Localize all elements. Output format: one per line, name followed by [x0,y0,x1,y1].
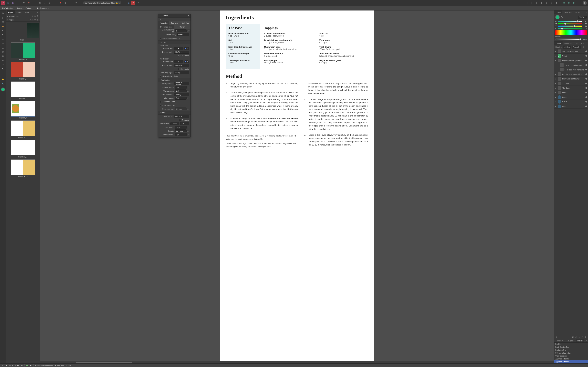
panel-menu-icon[interactable]: ≡ [585,11,588,13]
tab-colour[interactable]: Colour [554,10,562,14]
layer-row[interactable]: ▸Plain white soft flour¶6 [554,76,588,81]
spread[interactable] [7,23,39,38]
transparency-tool[interactable]: ⬊ [1,67,5,71]
min-gap-before-input[interactable]: 0 pt [175,86,187,89]
clip-icon[interactable]: ◧ [30,364,33,367]
pen-tool[interactable]: ✎ [1,33,5,37]
number-text-pill[interactable]: # [184,47,189,50]
canvas-scrollbar-h[interactable] [40,361,554,363]
history-entry[interactable]: Font size: 9 pt [554,349,588,351]
tab-navigator[interactable]: Navigator [565,339,576,342]
document-name-pill[interactable]: No_Place_Like_Home.afpackage (98… 🔒 ▾ [83,1,121,4]
stepper-icon[interactable]: ▴▾ [188,86,189,89]
panel-menu-icon[interactable]: ≡ [585,42,588,44]
pack-short-checkbox[interactable] [160,105,161,106]
spread[interactable] [7,101,39,116]
initial-advance-dropdown[interactable]: Leading [174,93,189,96]
layer-row[interactable]: ▸Toppings [554,81,588,86]
blend-mode-dropdown[interactable]: Normal [572,46,581,49]
tab-character[interactable]: Character [562,42,573,45]
persona-photo[interactable]: ◫ [11,1,15,5]
account-avatar-icon[interactable] [583,1,587,5]
layer-row[interactable]: ▸The Base [554,86,588,90]
add-master-icon[interactable]: ⊕ [32,15,34,17]
zoom-tool[interactable]: 🔍 [1,82,5,85]
notes-scope-document[interactable]: Document-wide [158,25,174,29]
canvas[interactable]: Ingredients The Base Plain white soft fl… [40,10,554,363]
cloud2-icon[interactable]: ◍ [567,1,571,5]
pages-list[interactable]: Page 1Pages 2,3Pages 4,5Pages 6,7Pages 8… [6,22,40,363]
more-icon[interactable]: ⋯ [585,46,587,48]
hand-tool[interactable]: ✋ [1,77,5,81]
delete-layer-icon[interactable]: 🗑 [585,336,587,338]
spread[interactable] [7,159,39,175]
layer-row[interactable]: ▸Method [554,90,588,95]
stepper-icon[interactable]: ▴▾ [188,133,189,136]
tab-assets[interactable]: Assets [15,10,23,14]
circle-icon[interactable]: ○ [43,1,47,5]
picker-icon[interactable]: ✎ [561,16,563,18]
add-page-icon[interactable]: ⊕ [32,19,34,21]
min-advance-input[interactable]: 0 pt [175,97,187,100]
next-note-icon[interactable]: ↓ [188,18,189,20]
preferences-button[interactable]: Preferences… [35,6,51,10]
layer-row[interactable]: ▸Spicy, salty specialty [554,49,588,54]
layers-list[interactable]: ▸Spicy, salty specialty▸Curve▸Begin by w… [554,49,588,335]
notes-tab-footnotes[interactable]: Footnotes [158,21,169,25]
history-list[interactable]: Position:Font: Komika TextFont size: 9 p… [554,342,588,363]
draw-rule-checkbox[interactable] [179,119,181,121]
number-text-caret-2[interactable]: ▾ [174,60,183,63]
number-style-dropdown-2[interactable]: [No Style] [174,64,189,67]
length-input[interactable]: 25.4 mm [175,129,187,132]
notes-section-rules[interactable]: Rules [158,111,190,115]
settings-alt-icon[interactable]: ⚙ [27,1,31,5]
gap-between-input[interactable]: 0 pt [175,90,187,92]
notes-panel[interactable]: ◻ Notes ≡ 🗑 ↑ ↓ Footnotes Sidenotes Endn… [158,14,191,137]
spread[interactable] [7,81,39,97]
notes-section-positioning[interactable]: Positioning [158,78,190,82]
layer-row[interactable]: ▸Group [554,95,588,100]
master-pages-header[interactable]: ▸ Master Pages ⊕ ⧉ 🗑 [6,14,40,18]
artistic-text-tool[interactable]: A [1,28,5,33]
panel-menu-icon[interactable]: ≡ [585,340,588,342]
ellipse-tool[interactable]: ◯ [1,46,5,50]
fill-tool[interactable]: ⬈ [1,63,5,67]
notes-section-format[interactable]: Format [158,40,190,44]
align-5-icon[interactable]: ▯ [545,1,549,5]
history-entry[interactable]: Apply object style [554,357,588,360]
panel-menu-icon[interactable]: ≡ [188,15,189,17]
stepper-icon[interactable]: ▴▾ [188,29,189,32]
pin-icon[interactable]: 📍 [58,1,62,5]
colour-slider-k[interactable]: K 17 [555,28,587,30]
tab-stock[interactable]: Stock [23,10,31,14]
restart-now-checkbox[interactable] [160,38,161,40]
layer-row[interactable]: ▸1 Far be it from me to cric [554,67,588,72]
number-style-dropdown[interactable]: [No Style] [174,51,189,54]
colour-mode-dropdown[interactable]: CMYK ▾ [578,16,587,18]
stroke-style-dropdown[interactable] [171,122,179,125]
add-layer-icon[interactable]: ▢ [582,336,583,338]
settings-icon[interactable]: ⚙ [22,1,26,5]
stepper-icon[interactable]: ▴▾ [188,129,189,132]
pages-header[interactable]: ▾ Pages ⇥ ⊕ ⧉ 🗑 [6,18,40,22]
left-indent-input[interactable]: 0 mm [175,126,187,129]
history-entry[interactable]: Position: [554,342,588,346]
style-box-icon[interactable]: ▣ [38,1,42,5]
spread[interactable] [7,42,39,58]
table-tool[interactable]: ▦ [1,24,5,28]
tab-swatches[interactable]: Swatches [562,10,573,14]
stamp-tool[interactable]: ✂ [1,58,5,62]
document-setup-button[interactable]: Document Setup… [15,6,35,10]
vertical-offset-input[interactable]: 0 pt [175,133,187,136]
spread[interactable] [7,62,39,77]
history-entry[interactable]: Apply object style [554,360,588,363]
layer-row[interactable]: ▸Begin by warming the flou [554,58,588,63]
mask-icon[interactable]: ◧ [572,336,574,338]
number-text-caret[interactable]: ▾ [174,47,183,50]
persona-designer[interactable]: ◳ [6,1,10,5]
layer-row[interactable]: ▸Group [554,100,588,104]
last-page-icon[interactable]: ⏭ [20,364,24,367]
adjust-icon[interactable]: ◐ [575,336,577,338]
square-icon[interactable]: □ [48,1,52,5]
foreground-colour[interactable] [1,87,5,92]
